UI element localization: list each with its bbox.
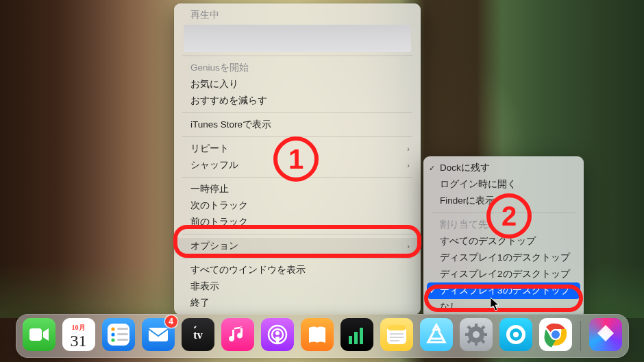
dock: 10月31 4 tv (0, 314, 644, 358)
menu-separator (182, 112, 412, 113)
svg-rect-13 (349, 336, 352, 344)
annotation-box-display3 (424, 285, 583, 312)
mouse-cursor (491, 298, 501, 312)
menu-recommend-less[interactable]: おすすめを減らす (174, 93, 421, 109)
svg-rect-19 (390, 337, 404, 338)
books-icon[interactable] (301, 318, 334, 351)
svg-point-3 (111, 333, 114, 336)
svg-line-30 (468, 340, 471, 343)
shortcuts-icon[interactable] (589, 318, 622, 351)
now-playing-artwork (184, 25, 411, 52)
appstore-icon[interactable] (420, 318, 453, 351)
menu-pause[interactable]: 一時停止 (174, 181, 421, 197)
svg-rect-15 (360, 328, 363, 344)
menu-separator (182, 56, 412, 56)
notes-icon[interactable] (380, 318, 413, 351)
stocks-icon[interactable] (340, 318, 373, 351)
svg-point-4 (111, 338, 114, 341)
chevron-right-icon: › (407, 161, 410, 169)
svg-point-33 (513, 332, 519, 337)
submenu-open-at-login[interactable]: ログイン時に開く (423, 176, 584, 193)
svg-rect-14 (354, 332, 358, 344)
menu-show-all-windows[interactable]: すべてのウインドウを表示 (174, 262, 421, 278)
svg-rect-5 (117, 328, 128, 330)
podcasts-icon[interactable] (261, 318, 294, 351)
chevron-right-icon: › (407, 145, 410, 153)
svg-line-28 (482, 340, 484, 343)
chrome-icon[interactable] (539, 318, 572, 351)
menu-genius-start: Geniusを開始 (174, 60, 421, 76)
svg-line-27 (468, 326, 471, 329)
svg-rect-18 (390, 333, 404, 335)
svg-line-29 (482, 326, 484, 329)
music-recognition-icon[interactable] (499, 318, 532, 351)
menu-show-in-store[interactable]: iTunes Storeで表示 (174, 117, 421, 133)
annotation-ring-2: 2 (486, 193, 532, 239)
calendar-icon[interactable]: 10月31 (62, 318, 95, 351)
submenu-display-1[interactable]: ディスプレイ1のデスクトップ (423, 250, 584, 266)
svg-point-12 (275, 331, 280, 335)
svg-rect-17 (387, 325, 406, 330)
now-playing-header: 再生中 (174, 7, 421, 23)
svg-rect-7 (117, 339, 128, 341)
menu-quit[interactable]: 終了 (174, 295, 421, 311)
submenu-display-2[interactable]: ディスプレイ2のデスクトップ (423, 266, 584, 282)
reminders-icon[interactable] (102, 318, 135, 351)
music-icon[interactable] (221, 318, 254, 351)
svg-rect-0 (29, 328, 42, 341)
check-icon: ✓ (429, 164, 435, 173)
menu-hide[interactable]: 非表示 (174, 278, 421, 295)
svg-rect-20 (390, 340, 399, 341)
settings-icon[interactable] (460, 318, 493, 351)
annotation-box-options (173, 225, 421, 258)
appletv-icon[interactable]: tv (182, 318, 214, 351)
svg-rect-6 (117, 333, 128, 335)
svg-point-22 (473, 331, 480, 338)
menu-separator (182, 258, 412, 258)
svg-rect-8 (149, 328, 168, 341)
dock-separator (580, 321, 581, 351)
facetime-icon[interactable] (23, 318, 55, 351)
menu-favorites[interactable]: お気に入り (174, 76, 421, 93)
menu-next-track[interactable]: 次のトラック (174, 197, 421, 214)
mail-icon[interactable]: 4 (142, 318, 175, 351)
mail-badge: 4 (165, 315, 177, 328)
svg-point-2 (111, 327, 114, 330)
annotation-ring-1: 1 (273, 136, 319, 182)
svg-text:tv: tv (193, 329, 202, 341)
submenu-keep-in-dock[interactable]: ✓Dockに残す (423, 160, 584, 176)
